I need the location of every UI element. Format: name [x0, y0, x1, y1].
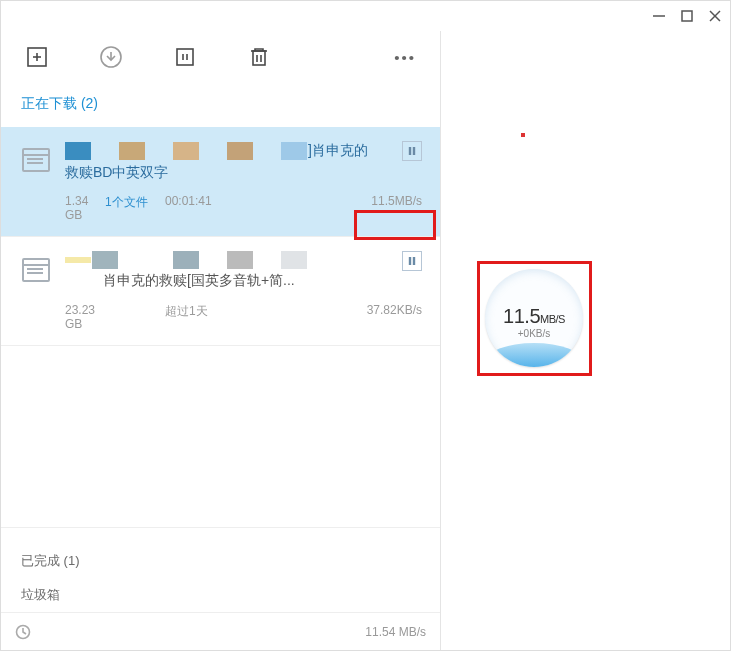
- add-button[interactable]: [25, 45, 49, 69]
- file-size: 23.23 GB: [19, 303, 105, 331]
- svg-rect-19: [409, 147, 411, 155]
- statusbar: 11.54 MB/s: [1, 612, 440, 650]
- toolbar: •••: [1, 31, 440, 83]
- file-name: ]肖申克的: [308, 141, 368, 161]
- minimize-button[interactable]: [652, 9, 666, 23]
- global-speed: 11.54 MB/s: [365, 625, 426, 639]
- item-speed: 11.5MB/s: [371, 194, 422, 222]
- speed-disk[interactable]: 11.5MB/S +0KB/s: [485, 269, 583, 367]
- thumbnail-row: ]肖申克的: [65, 141, 422, 161]
- svg-rect-12: [253, 51, 265, 65]
- speed-widget: 11.5MB/S +0KB/s: [477, 261, 592, 376]
- completed-header[interactable]: 已完成 (1): [21, 544, 420, 578]
- svg-rect-25: [409, 257, 411, 265]
- schedule-icon[interactable]: [15, 624, 31, 640]
- pause-item-button[interactable]: [402, 141, 422, 161]
- download-panel: ••• 正在下载 (2): [1, 31, 441, 650]
- folder-icon: [19, 143, 53, 177]
- close-button[interactable]: [708, 9, 722, 23]
- download-circle-icon[interactable]: [99, 45, 123, 69]
- item-speed: 37.82KB/s: [367, 303, 422, 331]
- pause-all-button[interactable]: [173, 45, 197, 69]
- item-meta: 1.34 GB 1个文件 00:01:41 11.5MB/s: [19, 194, 422, 222]
- time-remaining: 超过1天: [165, 303, 367, 331]
- file-count: [105, 303, 165, 331]
- svg-rect-26: [413, 257, 415, 265]
- maximize-button[interactable]: [680, 9, 694, 23]
- wave-icon: [485, 343, 583, 367]
- download-item[interactable]: ]肖申克的 救赎BD中英双字 1.34 GB 1个文件 00:01:41 11.…: [1, 127, 440, 237]
- downloading-header[interactable]: 正在下载 (2): [1, 83, 440, 127]
- thumbnail-row: [65, 251, 422, 269]
- file-name-line2: 救赎BD中英双字: [65, 163, 422, 183]
- download-item[interactable]: 肖申克的救赎[国英多音轨+简... 23.23 GB 超过1天 37.82KB/…: [1, 237, 440, 346]
- right-panel: 11.5MB/S +0KB/s: [441, 31, 730, 650]
- file-size: 1.34 GB: [19, 194, 105, 222]
- red-dot-icon: [521, 133, 525, 137]
- pause-item-button[interactable]: [402, 251, 422, 271]
- speed-value: 11.5MB/S: [503, 305, 565, 328]
- time-remaining: 00:01:41: [165, 194, 371, 222]
- file-name-line2: 肖申克的救赎[国英多音轨+简...: [103, 271, 422, 291]
- file-count[interactable]: 1个文件: [105, 194, 165, 222]
- speed-sub: +0KB/s: [518, 328, 551, 339]
- delete-button[interactable]: [247, 45, 271, 69]
- titlebar: [1, 1, 730, 31]
- more-button[interactable]: •••: [394, 49, 416, 66]
- item-meta: 23.23 GB 超过1天 37.82KB/s: [19, 303, 422, 331]
- folder-icon: [19, 253, 53, 287]
- trash-header[interactable]: 垃圾箱: [21, 578, 420, 612]
- svg-rect-1: [682, 11, 692, 21]
- svg-rect-20: [413, 147, 415, 155]
- svg-rect-9: [177, 49, 193, 65]
